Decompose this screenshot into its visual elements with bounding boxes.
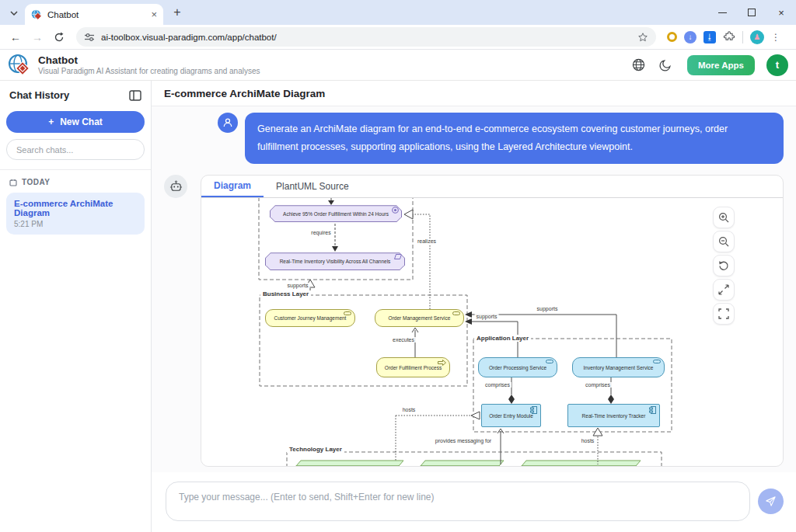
- business-service-icon: [452, 311, 460, 315]
- url-bar[interactable]: ai-toolbox.visual-paradigm.com/app/chatb…: [76, 27, 656, 47]
- diagram-zoom-toolbar: [713, 207, 735, 325]
- application-component-icon: [530, 406, 537, 414]
- edge-label-supports: supports: [475, 314, 499, 319]
- visual-paradigm-favicon: [31, 9, 42, 20]
- conversation-titlebar: E-commerce ArchiMate Diagram: [152, 81, 796, 106]
- app-subtitle: Visual Paradigm AI Assistant for creatin…: [38, 67, 621, 75]
- cjm-label: Customer Journey Management: [274, 315, 347, 321]
- ops-label: Order Processing Service: [489, 365, 546, 370]
- browser-tab-chatbot[interactable]: Chatbot ×: [25, 4, 163, 25]
- ims-label: Inventory Management Service: [584, 365, 654, 370]
- page-title: E-commerce ArchiMate Diagram: [164, 88, 325, 99]
- calendar-icon: [9, 179, 17, 186]
- sidebar-title: Chat History: [9, 89, 69, 101]
- send-plane-icon: [765, 495, 777, 507]
- edge-label-realizes: realizes: [416, 238, 438, 244]
- new-chat-label: New Chat: [60, 116, 103, 127]
- goal-node-label: Achieve 95% Order Fulfillment Within 24 …: [270, 205, 402, 222]
- archimate-diagram-canvas[interactable]: Business Layer Application Layer Technol…: [201, 198, 783, 466]
- oem-label: Order Entry Module: [489, 413, 533, 419]
- fit-screen-icon: [718, 284, 729, 295]
- zoom-in-button[interactable]: [713, 207, 735, 228]
- application-layer-label: Application Layer: [474, 335, 531, 342]
- fit-to-screen-button[interactable]: [713, 279, 735, 301]
- edge-label-comprises: comprises: [484, 382, 511, 388]
- browser-menu-button[interactable]: ⋮: [771, 36, 779, 39]
- order-entry-module-node[interactable]: Order Entry Module: [481, 404, 541, 427]
- user-message-avatar: [218, 113, 238, 133]
- business-layer-label: Business Layer: [260, 290, 311, 297]
- extension-ring-icon[interactable]: [667, 32, 677, 42]
- edge-label-supports: supports: [286, 283, 310, 288]
- user-account-avatar[interactable]: t: [766, 54, 788, 76]
- window-minimize-button[interactable]: [707, 0, 737, 25]
- edge-label-hosts: hosts: [580, 438, 596, 443]
- tab-search-button[interactable]: [6, 5, 22, 21]
- chat-item-title: E-commerce ArchiMate Diagram: [14, 199, 137, 217]
- outcome-node-label: Real-Time Inventory Visibility Across Al…: [265, 252, 405, 270]
- zoom-in-icon: [718, 212, 729, 223]
- forward-button[interactable]: →: [28, 28, 47, 47]
- message-input[interactable]: [166, 482, 750, 521]
- site-settings-icon: [84, 33, 95, 42]
- fullscreen-icon: [718, 308, 729, 319]
- assistant-response-card: Diagram PlantUML Source: [201, 175, 784, 467]
- tab-diagram[interactable]: Diagram: [201, 176, 264, 197]
- order-processing-service-node[interactable]: Order Processing Service: [478, 357, 557, 377]
- extension-download-circle-icon[interactable]: ↓: [684, 31, 696, 43]
- reset-view-button[interactable]: [713, 255, 735, 276]
- minimize-icon: [718, 12, 727, 13]
- bookmark-star-icon[interactable]: [637, 32, 648, 43]
- browser-toolbar: ← → ai-toolbox.visual-paradigm.com/app/c…: [0, 25, 796, 50]
- more-apps-button[interactable]: More Apps: [687, 55, 755, 75]
- reload-icon: [54, 32, 65, 43]
- tab-plantuml-source[interactable]: PlantUML Source: [264, 176, 361, 197]
- language-globe-button[interactable]: [628, 55, 648, 75]
- real-time-inventory-tracker-node[interactable]: Real-Time Inventory Tracker: [567, 404, 660, 427]
- app-title: Chatbot: [38, 54, 621, 66]
- result-tabs: Diagram PlantUML Source: [201, 176, 783, 198]
- search-chats-input[interactable]: [6, 139, 145, 160]
- chat-history-item[interactable]: E-commerce ArchiMate Diagram 5:21 PM: [6, 193, 145, 235]
- send-button[interactable]: [758, 489, 784, 514]
- message-input-bar: [152, 472, 796, 532]
- edge-label-supports: supports: [536, 306, 560, 311]
- edge-label-executes: executes: [391, 337, 416, 342]
- edge-label-comprises: comprises: [584, 382, 612, 388]
- app-header: Chatbot Visual Paradigm AI Assistant for…: [0, 50, 796, 81]
- new-tab-button[interactable]: +: [168, 3, 187, 22]
- goal-node[interactable]: Achieve 95% Order Fulfillment Within 24 …: [270, 205, 402, 222]
- window-maximize-button[interactable]: [737, 0, 766, 25]
- order-management-service-node[interactable]: Order Management Service: [375, 309, 464, 327]
- globe-icon: [632, 58, 645, 71]
- today-section-label: TODAY: [22, 178, 50, 186]
- edge-label-hosts: hosts: [401, 407, 417, 412]
- application-service-icon: [546, 360, 553, 363]
- fullscreen-button[interactable]: [713, 303, 735, 325]
- back-button[interactable]: ←: [6, 28, 25, 47]
- customer-journey-management-node[interactable]: Customer Journey Management: [265, 309, 355, 327]
- edge-label-requires: requires: [309, 230, 332, 235]
- profile-avatar[interactable]: ♟: [750, 30, 764, 44]
- order-fulfillment-process-node[interactable]: Order Fulfillment Process: [376, 357, 450, 377]
- tab-close-icon[interactable]: ×: [151, 9, 157, 19]
- url-text[interactable]: ai-toolbox.visual-paradigm.com/app/chatb…: [101, 33, 631, 42]
- zoom-out-icon: [718, 236, 729, 247]
- chevron-down-icon: [10, 11, 18, 16]
- reload-button[interactable]: [50, 28, 68, 47]
- outcome-node[interactable]: Real-Time Inventory Visibility Across Al…: [265, 252, 405, 270]
- extensions-puzzle-icon[interactable]: [723, 31, 735, 43]
- inventory-management-service-node[interactable]: Inventory Management Service: [572, 357, 665, 377]
- collapse-sidebar-icon[interactable]: [129, 90, 141, 101]
- ofp-label: Order Fulfillment Process: [385, 365, 442, 370]
- business-process-icon: [438, 360, 446, 366]
- outcome-icon: [394, 254, 402, 259]
- tab-title: Chatbot: [47, 10, 145, 19]
- zoom-out-button[interactable]: [713, 231, 735, 252]
- window-close-button[interactable]: ×: [766, 0, 796, 25]
- extension-download-square-icon[interactable]: ⭳: [703, 31, 716, 43]
- goal-icon: [392, 207, 399, 214]
- application-service-icon: [653, 360, 661, 363]
- new-chat-button[interactable]: + New Chat: [6, 111, 145, 133]
- dark-mode-toggle[interactable]: [655, 55, 676, 75]
